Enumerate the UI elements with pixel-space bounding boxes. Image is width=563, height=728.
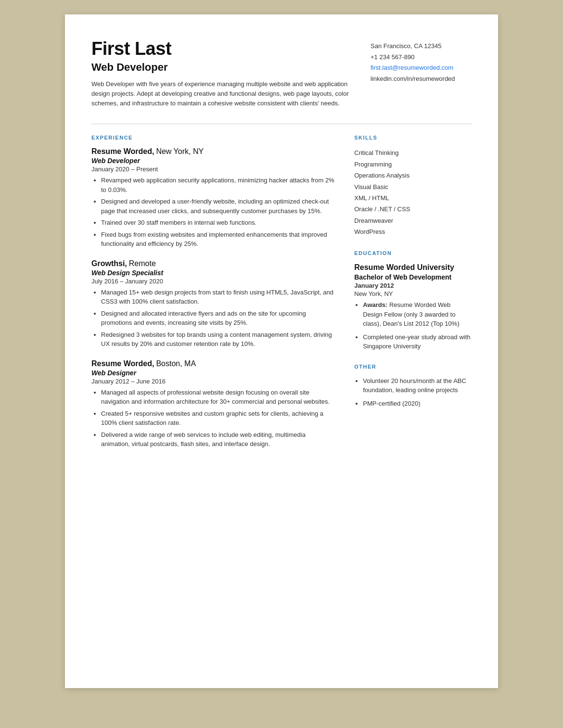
- other-bullets: Volunteer 20 hours/month at the ABC foun…: [354, 376, 472, 409]
- edu-date: January 2012: [354, 282, 472, 289]
- exp-company-3: Resume Worded, Boston, MA: [91, 359, 335, 368]
- skill-2: Programming: [354, 159, 472, 170]
- email-link[interactable]: first.last@resumeworded.com: [371, 64, 453, 71]
- exp-bullet-3-1: Managed all aspects of professional webs…: [101, 388, 335, 407]
- exp-bullet-2-1: Managed 15+ web design projects from sta…: [101, 288, 335, 307]
- skill-3: Operations Analysis: [354, 170, 472, 181]
- exp-bullet-3-3: Delivered a wide range of web services t…: [101, 430, 335, 449]
- exp-bullets-1: Revamped web application security applic…: [91, 176, 335, 249]
- header-right: San Francisco, CA 12345 +1 234 567-890 f…: [371, 38, 472, 85]
- exp-bullet-1-4: Fixed bugs from existing websites and im…: [101, 230, 335, 249]
- edu-degree: Bachelor of Web Development: [354, 273, 472, 281]
- contact-address: San Francisco, CA 12345: [371, 41, 472, 51]
- resume-page: First Last Web Developer Web Developer w…: [65, 14, 498, 688]
- candidate-name: First Last: [91, 38, 356, 59]
- skills-heading: SKILLS: [354, 135, 472, 140]
- header-left: First Last Web Developer Web Developer w…: [91, 38, 371, 108]
- exp-company-location-3: Boston, MA: [156, 359, 196, 368]
- col-right: SKILLS Critical Thinking Programming Ope…: [354, 135, 472, 460]
- edu-bullet-2: Completed one-year study abroad with Sin…: [363, 332, 472, 351]
- skill-1: Critical Thinking: [354, 147, 472, 158]
- exp-company-name-1: Resume Worded,: [91, 147, 154, 155]
- exp-bullets-3: Managed all aspects of professional webs…: [91, 388, 335, 449]
- main-columns: EXPERIENCE Resume Worded, New York, NY W…: [91, 135, 472, 460]
- skill-8: WordPress: [354, 226, 472, 237]
- other-bullet-2: PMP-certified (2020): [363, 399, 472, 409]
- exp-bullet-1-2: Designed and developed a user-friendly w…: [101, 197, 335, 216]
- edu-location: New York, NY: [354, 290, 472, 297]
- education-section: EDUCATION Resume Worded University Bache…: [354, 250, 472, 351]
- candidate-title: Web Developer: [91, 61, 356, 74]
- skill-7: Dreamweaver: [354, 215, 472, 226]
- exp-company-1: Resume Worded, New York, NY: [91, 147, 335, 156]
- edu-bullets: Awards: Resume Worded Web Design Fellow …: [354, 300, 472, 351]
- exp-bullet-2-3: Redesigned 3 websites for top brands usi…: [101, 330, 335, 349]
- exp-bullet-2-2: Designed and allocated interactive flyer…: [101, 309, 335, 328]
- exp-block-2: Growthsi, Remote Web Design Specialist J…: [91, 259, 335, 349]
- exp-company-name-3: Resume Worded,: [91, 359, 154, 368]
- other-heading: OTHER: [354, 364, 472, 370]
- edu-school: Resume Worded University: [354, 263, 472, 273]
- exp-title-3: Web Designer: [91, 369, 335, 377]
- exp-company-location-2: Remote: [129, 259, 156, 268]
- exp-dates-2: July 2016 – January 2020: [91, 278, 335, 285]
- header-section: First Last Web Developer Web Developer w…: [91, 38, 472, 108]
- skills-list: Critical Thinking Programming Operations…: [354, 147, 472, 237]
- exp-company-location-1: New York, NY: [156, 147, 204, 155]
- edu-bullet-1: Awards: Resume Worded Web Design Fellow …: [363, 300, 472, 329]
- exp-bullet-1-1: Revamped web application security applic…: [101, 176, 335, 194]
- header-divider: [91, 124, 472, 124]
- exp-block-3: Resume Worded, Boston, MA Web Designer J…: [91, 359, 335, 449]
- other-section: OTHER Volunteer 20 hours/month at the AB…: [354, 364, 472, 409]
- exp-bullets-2: Managed 15+ web design projects from sta…: [91, 288, 335, 349]
- education-heading: EDUCATION: [354, 250, 472, 256]
- skill-6: Oracle / .NET / CSS: [354, 204, 472, 215]
- edu-bullet-1-label: Awards:: [363, 301, 387, 308]
- experience-heading: EXPERIENCE: [91, 135, 335, 140]
- contact-email[interactable]: first.last@resumeworded.com: [371, 63, 472, 73]
- other-bullet-1: Volunteer 20 hours/month at the ABC foun…: [363, 376, 472, 395]
- contact-phone: +1 234 567-890: [371, 52, 472, 62]
- candidate-summary: Web Developer with five years of experie…: [91, 79, 356, 108]
- col-left: EXPERIENCE Resume Worded, New York, NY W…: [91, 135, 335, 460]
- exp-title-1: Web Developer: [91, 157, 335, 165]
- exp-dates-1: January 2020 – Present: [91, 166, 335, 173]
- exp-block-1: Resume Worded, New York, NY Web Develope…: [91, 147, 335, 249]
- exp-bullet-3-2: Created 5+ responsive websites and custo…: [101, 409, 335, 428]
- exp-title-2: Web Design Specialist: [91, 269, 335, 277]
- exp-company-name-2: Growthsi,: [91, 259, 127, 268]
- skill-4: Visual Basic: [354, 181, 472, 192]
- edu-bullet-2-text: Completed one-year study abroad with Sin…: [363, 333, 470, 350]
- contact-linkedin: linkedin.com/in/resumeworded: [371, 74, 472, 84]
- skill-5: XML / HTML: [354, 192, 472, 204]
- exp-company-2: Growthsi, Remote: [91, 259, 335, 268]
- skills-section: SKILLS Critical Thinking Programming Ope…: [354, 135, 472, 237]
- exp-dates-3: January 2012 – June 2016: [91, 378, 335, 385]
- exp-bullet-1-3: Trained over 30 staff members in interna…: [101, 218, 335, 228]
